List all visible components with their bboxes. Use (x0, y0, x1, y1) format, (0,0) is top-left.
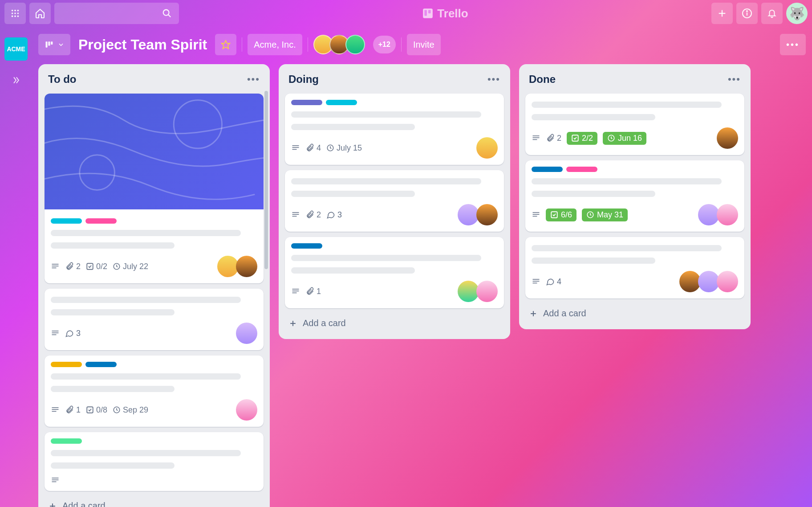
card-members[interactable] (239, 399, 257, 421)
comments-badge: 4 (546, 277, 561, 286)
member-avatar[interactable] (679, 271, 701, 292)
card[interactable]: 20/2July 22 (45, 94, 264, 283)
card[interactable]: 4July 15 (285, 94, 504, 165)
list-title[interactable]: Doing (288, 73, 319, 86)
card-members[interactable] (239, 323, 257, 344)
team-name-button[interactable]: Acme, Inc. (248, 34, 302, 55)
due-date-badge: July 22 (113, 262, 148, 271)
member-avatar[interactable] (476, 281, 498, 302)
svg-marker-22 (222, 41, 230, 49)
member-avatar[interactable] (236, 256, 257, 277)
card-text-placeholder (532, 178, 722, 184)
card-members[interactable] (460, 281, 498, 302)
add-card-button[interactable]: Add a card (45, 496, 264, 507)
comments-badge: 3 (65, 329, 81, 338)
card[interactable]: 1 (285, 237, 504, 308)
card[interactable]: 22/2Jun 16 (525, 94, 744, 155)
member-avatar[interactable] (717, 204, 738, 225)
list-title[interactable]: Done (529, 73, 556, 86)
add-card-button[interactable]: Add a card (525, 304, 744, 323)
card-text-placeholder (532, 245, 722, 251)
label-pink (566, 167, 597, 172)
notifications-icon[interactable] (761, 3, 783, 24)
member-avatar[interactable] (236, 323, 257, 344)
card-members[interactable] (682, 271, 738, 292)
list-menu-icon[interactable]: ••• (247, 74, 260, 85)
due-date-badge: July 15 (326, 143, 362, 153)
member-avatar[interactable] (458, 281, 479, 302)
label-blue (85, 362, 117, 367)
description-icon (532, 134, 540, 143)
card-labels (291, 100, 498, 105)
list-title[interactable]: To do (48, 73, 77, 86)
apps-menu-icon[interactable] (4, 3, 26, 24)
card-text-placeholder (51, 462, 175, 469)
home-icon[interactable] (29, 3, 51, 24)
info-icon[interactable] (736, 3, 758, 24)
member-avatar[interactable] (217, 256, 239, 277)
card-labels (51, 362, 257, 367)
attachments-badge: 2 (305, 210, 321, 220)
member-overflow-badge[interactable]: +12 (373, 36, 396, 53)
workspace-badge[interactable]: ACME (4, 37, 28, 61)
card-members[interactable] (719, 127, 738, 149)
description-icon (51, 329, 60, 338)
svg-point-2 (17, 10, 19, 12)
member-avatar[interactable] (458, 204, 479, 225)
card[interactable]: 3 (45, 289, 264, 350)
svg-point-1 (14, 10, 16, 12)
svg-point-9 (163, 10, 169, 16)
card[interactable]: 4 (525, 237, 744, 298)
member-avatar[interactable] (698, 271, 719, 292)
create-icon[interactable] (711, 3, 733, 24)
board-title[interactable]: Project Team Spirit (76, 37, 210, 53)
card-members[interactable] (220, 256, 257, 277)
attachments-badge: 1 (65, 405, 81, 415)
description-icon (51, 476, 60, 485)
list-menu-icon[interactable]: ••• (728, 74, 741, 85)
card[interactable]: 23 (285, 170, 504, 232)
search-input[interactable] (54, 3, 179, 24)
attachments-badge: 1 (305, 287, 321, 296)
due-date-badge: May 31 (582, 209, 628, 221)
checklist-badge: 2/2 (567, 132, 597, 145)
list-menu-icon[interactable]: ••• (487, 74, 500, 85)
expand-sidebar-icon[interactable] (7, 71, 25, 89)
card-text-placeholder (532, 258, 655, 264)
member-avatar[interactable] (476, 204, 498, 225)
member-avatar[interactable] (717, 271, 738, 292)
card-members[interactable] (460, 204, 498, 225)
card-text-placeholder (532, 114, 655, 120)
svg-rect-20 (48, 41, 50, 45)
card[interactable]: 10/8Sep 29 (45, 356, 264, 427)
label-blue (291, 243, 322, 249)
member-avatar[interactable] (698, 204, 719, 225)
card-text-placeholder (291, 255, 481, 261)
card[interactable] (45, 432, 264, 491)
member-avatar[interactable] (236, 399, 257, 421)
invite-button[interactable]: Invite (407, 34, 441, 55)
member-avatar[interactable] (717, 127, 738, 149)
label-green (51, 438, 82, 444)
member-avatar[interactable] (476, 137, 498, 159)
svg-point-4 (14, 12, 16, 14)
separator (242, 37, 242, 52)
user-avatar[interactable]: 🐺 (786, 3, 808, 24)
svg-point-0 (12, 10, 13, 12)
star-board-icon[interactable] (215, 34, 236, 55)
card-members[interactable] (701, 204, 738, 225)
board-menu-icon[interactable]: ••• (780, 34, 806, 55)
card-text-placeholder (291, 111, 481, 118)
card[interactable]: 6/6May 31 (525, 160, 744, 232)
checklist-badge: 0/2 (86, 262, 107, 271)
svg-line-10 (168, 15, 171, 17)
board-members[interactable] (313, 35, 365, 54)
card-members[interactable] (479, 137, 498, 159)
add-card-button[interactable]: Add a card (285, 314, 504, 333)
scrollbar-thumb[interactable] (264, 91, 268, 269)
description-icon (291, 143, 300, 152)
board-view-switcher[interactable] (38, 34, 70, 55)
label-blue (532, 167, 563, 172)
card-labels (51, 218, 257, 224)
svg-point-3 (12, 12, 13, 14)
